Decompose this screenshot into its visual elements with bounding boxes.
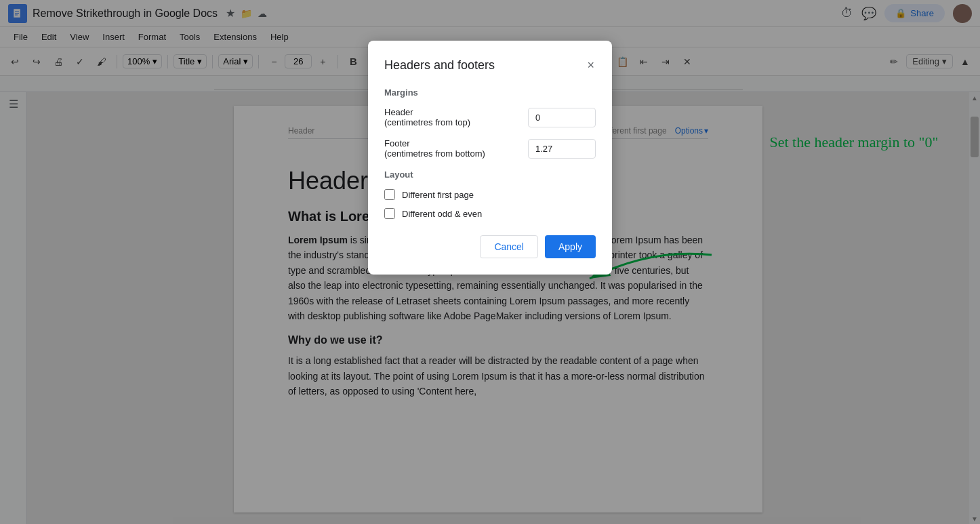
header-field-label: Header (centimetres from top) [384,107,470,127]
different-first-page-checkbox-label: Different first page [402,190,474,200]
modal-close-button[interactable]: × [586,57,596,74]
different-odd-even-checkbox[interactable] [384,208,395,219]
modal-overlay[interactable]: Headers and footers × Margins Header (ce… [0,0,980,524]
modal-header: Headers and footers × [384,57,596,74]
headers-footers-modal: Headers and footers × Margins Header (ce… [368,41,612,275]
cancel-button[interactable]: Cancel [480,235,538,258]
modal-title: Headers and footers [384,58,495,73]
footer-margin-field: Footer (centimetres from bottom) [384,138,596,159]
different-odd-even-checkbox-label: Different odd & even [402,209,482,219]
different-odd-even-row: Different odd & even [384,208,596,219]
layout-label: Layout [384,169,596,180]
different-first-page-row: Different first page [384,189,596,200]
footer-margin-input[interactable] [528,139,596,159]
header-margin-input[interactable] [528,108,596,127]
footer-field-label: Footer (centimetres from bottom) [384,138,485,159]
different-first-page-checkbox[interactable] [384,189,395,200]
header-margin-field: Header (centimetres from top) [384,107,596,127]
margins-label: Margins [384,87,596,98]
modal-footer: Cancel Apply [384,235,596,258]
apply-button[interactable]: Apply [545,235,596,258]
